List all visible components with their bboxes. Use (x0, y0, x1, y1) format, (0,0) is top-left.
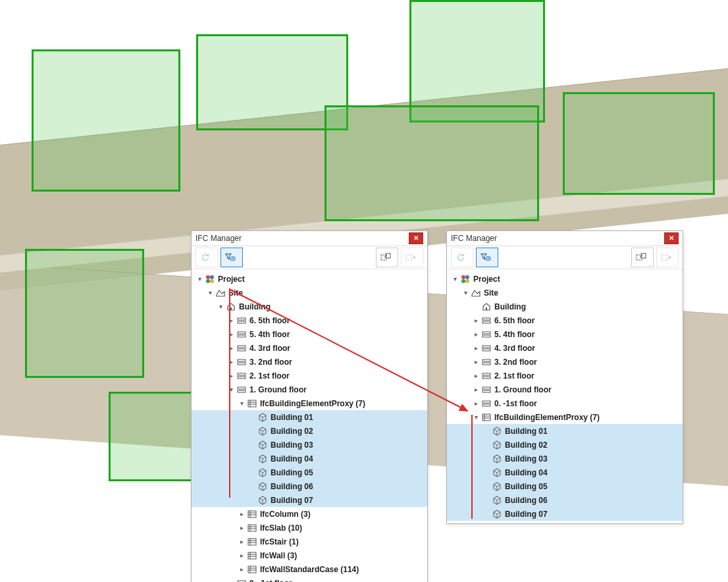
caret-closed-icon[interactable]: ▸ (238, 524, 246, 532)
tree-row[interactable]: ▸3. 2nd floor (447, 355, 683, 369)
element-icon (257, 454, 268, 464)
close-icon: ✕ (669, 231, 674, 246)
tree-row[interactable]: ▾Site (447, 286, 683, 300)
tree-row[interactable]: ▸4. 3rd floor (447, 341, 683, 355)
caret-open-icon[interactable]: ▾ (206, 289, 214, 297)
refresh-button[interactable] (195, 248, 218, 267)
storey-icon (236, 343, 247, 354)
tree-row[interactable]: ▸Building 04 (447, 465, 683, 479)
tree-view[interactable]: ▾Project▾Site▾Building▸6. 5th floor▸5. 4… (192, 269, 427, 582)
caret-open-icon[interactable]: ▾ (217, 303, 224, 311)
tree-row[interactable]: ▸1. Ground floor (447, 383, 683, 396)
fit-selection-button[interactable] (631, 248, 654, 267)
caret-open-icon[interactable]: ▾ (195, 275, 203, 283)
caret-closed-icon[interactable]: ▸ (238, 538, 246, 546)
classifier-icon (247, 537, 257, 547)
tree-row[interactable]: ▸5. 4th floor (447, 327, 683, 341)
tree-row[interactable]: ▸6. 5th floor (192, 313, 427, 327)
svg-rect-26 (248, 552, 256, 559)
caret-closed-icon[interactable]: ▸ (227, 344, 235, 352)
caret-closed-icon[interactable]: ▸ (472, 358, 480, 366)
caret-closed-icon[interactable]: ▸ (227, 331, 235, 338)
tree-row[interactable]: ▾Project (192, 272, 427, 286)
tree-row[interactable]: ▾Building (192, 300, 427, 313)
element-icon (257, 467, 268, 478)
tree-row[interactable]: ▾IfcBuildingElementProxy (7) (447, 410, 683, 424)
element-icon (492, 495, 502, 506)
tree-row[interactable]: ▸IfcWall (3) (192, 548, 427, 562)
svg-rect-11 (238, 321, 246, 323)
tree-row[interactable]: ▸Building 02 (192, 424, 427, 438)
refresh-button[interactable] (451, 248, 473, 267)
tree-row[interactable]: ▸Building (447, 300, 683, 313)
tree-row[interactable]: ▸Building 01 (192, 410, 427, 424)
isolate-button[interactable] (401, 248, 423, 267)
tree-row[interactable]: ▸4. 3rd floor (192, 341, 427, 355)
tree-row[interactable]: ▸Building 05 (447, 479, 683, 493)
tree-row[interactable]: ▸IfcColumn (3) (192, 507, 427, 521)
tree-row[interactable]: ▸Building 04 (192, 452, 427, 465)
tree-row[interactable]: ▾Project (447, 272, 683, 286)
tree-row[interactable]: ▸Building 01 (447, 424, 683, 438)
svg-rect-17 (238, 363, 246, 365)
fit-selection-button[interactable] (376, 248, 398, 267)
tree-row[interactable]: ▸5. 4th floor (192, 327, 427, 341)
caret-open-icon[interactable]: ▾ (451, 275, 459, 283)
tree-row[interactable]: ▸Building 03 (447, 452, 683, 465)
tree-row[interactable]: ▸2. 1st floor (447, 369, 683, 383)
tree-row[interactable]: ▾IfcBuildingElementProxy (7) (192, 396, 427, 410)
caret-open-icon[interactable]: ▾ (238, 400, 246, 408)
tree-row[interactable]: ▸3. 2nd floor (192, 355, 427, 369)
filter-button[interactable] (221, 248, 243, 267)
tree-row[interactable]: ▸Building 05 (192, 465, 427, 479)
tree-row[interactable]: ▸Building 06 (447, 493, 683, 507)
tree-row[interactable]: ▸IfcWallStandardCase (114) (192, 562, 427, 576)
tree-view[interactable]: ▾Project▾Site▸Building▸6. 5th floor▸5. 4… (447, 269, 683, 523)
caret-closed-icon[interactable]: ▸ (238, 566, 246, 573)
mass-box (325, 105, 539, 221)
tree-row[interactable]: ▸Building 03 (192, 438, 427, 452)
close-button[interactable]: ✕ (409, 232, 423, 244)
svg-rect-15 (238, 349, 246, 351)
ifc-manager-panel-right: IFC Manager ✕ (446, 230, 683, 524)
storey-icon (236, 371, 247, 381)
caret-closed-icon[interactable]: ▸ (472, 400, 480, 408)
caret-closed-icon[interactable]: ▸ (472, 344, 480, 352)
panel-titlebar[interactable]: IFC Manager ✕ (447, 231, 683, 246)
tree-row[interactable]: ▸IfcStair (1) (192, 535, 427, 548)
caret-closed-icon[interactable]: ▸ (227, 358, 235, 366)
caret-closed-icon[interactable]: ▸ (472, 386, 480, 394)
tree-row[interactable]: ▸0. -1st floor (447, 396, 683, 410)
tree-row[interactable]: ▸Building 07 (447, 507, 683, 521)
caret-closed-icon[interactable]: ▸ (472, 372, 480, 380)
caret-closed-icon[interactable]: ▸ (472, 317, 480, 325)
tree-row[interactable]: ▸Building 02 (447, 438, 683, 452)
caret-closed-icon[interactable]: ▸ (472, 331, 480, 338)
tree-row[interactable]: ▸2. 1st floor (192, 369, 427, 383)
caret-open-icon[interactable]: ▾ (472, 413, 480, 421)
caret-closed-icon[interactable]: ▸ (227, 579, 235, 583)
panel-title: IFC Manager (195, 231, 242, 246)
tree-item-label: Building 07 (271, 496, 313, 505)
filter-button[interactable] (476, 248, 498, 267)
caret-open-icon[interactable]: ▾ (461, 289, 469, 297)
tree-row[interactable]: ▸Building 06 (192, 479, 427, 493)
close-button[interactable]: ✕ (664, 232, 679, 244)
panel-titlebar[interactable]: IFC Manager ✕ (192, 231, 427, 246)
svg-rect-43 (482, 335, 490, 337)
caret-closed-icon[interactable]: ▸ (238, 552, 246, 560)
tree-item-label: 6. 5th floor (494, 316, 534, 325)
caret-closed-icon[interactable]: ▸ (227, 372, 235, 380)
caret-open-icon[interactable]: ▾ (227, 386, 235, 394)
svg-rect-54 (482, 414, 490, 421)
caret-closed-icon[interactable]: ▸ (238, 510, 246, 518)
caret-closed-icon[interactable]: ▸ (227, 317, 235, 325)
tree-row[interactable]: ▸6. 5th floor (447, 313, 683, 327)
tree-item-label: Building 04 (505, 468, 548, 477)
tree-row[interactable]: ▾Site (192, 286, 427, 300)
tree-row[interactable]: ▸0. -1st floor (192, 576, 427, 582)
isolate-button[interactable] (656, 248, 679, 267)
tree-row[interactable]: ▸IfcSlab (10) (192, 521, 427, 535)
tree-row[interactable]: ▸Building 07 (192, 493, 427, 507)
tree-row[interactable]: ▾1. Ground floor (192, 383, 427, 396)
